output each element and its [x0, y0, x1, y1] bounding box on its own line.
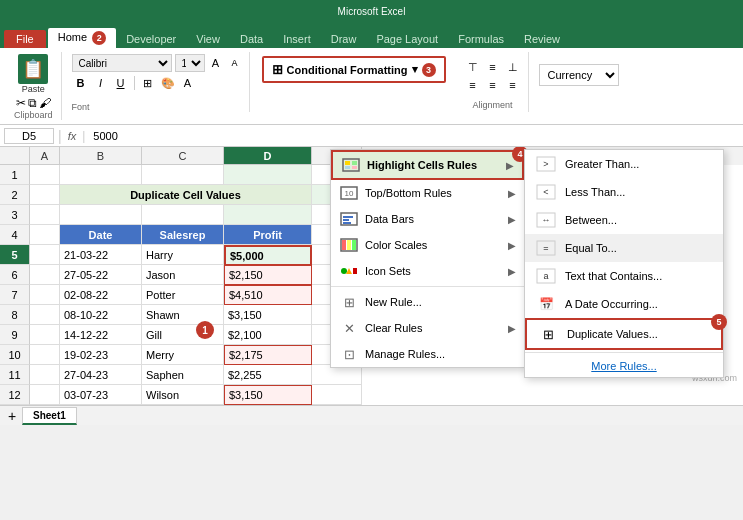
new-sheet-button[interactable]: + — [4, 408, 20, 424]
cell-d3[interactable] — [224, 205, 312, 225]
row-header-2[interactable]: 2 — [0, 185, 30, 205]
tab-developer[interactable]: Developer — [116, 30, 186, 48]
number-format-select[interactable]: Currency — [539, 64, 619, 86]
align-top-button[interactable]: ⊤ — [464, 58, 482, 76]
row-header-7[interactable]: 7 — [0, 285, 30, 305]
align-right-button[interactable]: ≡ — [504, 76, 522, 94]
cell-d9[interactable]: $2,100 — [224, 325, 312, 345]
row-header-6[interactable]: 6 — [0, 265, 30, 285]
tab-review[interactable]: Review — [514, 30, 570, 48]
cell-reference-input[interactable] — [4, 128, 54, 144]
cell-a9[interactable] — [30, 325, 60, 345]
font-size-select[interactable]: 11 — [175, 54, 205, 72]
cell-a3[interactable] — [30, 205, 60, 225]
paste-button[interactable]: 📋 Paste — [18, 54, 48, 94]
font-color-button[interactable]: A — [179, 74, 197, 92]
row-header-1[interactable]: 1 — [0, 165, 30, 185]
row-header-4[interactable]: 4 — [0, 225, 30, 245]
align-middle-button[interactable]: ≡ — [484, 58, 502, 76]
cell-b11[interactable]: 27-04-23 — [60, 365, 142, 385]
submenu-item-date-occurring[interactable]: 📅 A Date Occurring... — [525, 290, 723, 318]
row-header-9[interactable]: 9 — [0, 325, 30, 345]
cell-a12[interactable] — [30, 385, 60, 405]
cell-b10[interactable]: 19-02-23 — [60, 345, 142, 365]
cell-d4-header[interactable]: Profit — [224, 225, 312, 245]
copy-button[interactable]: ⧉ — [28, 96, 37, 110]
submenu-item-text-contains[interactable]: a Text that Contains... — [525, 262, 723, 290]
tab-data[interactable]: Data — [230, 30, 273, 48]
tab-insert[interactable]: Insert — [273, 30, 321, 48]
cell-c8[interactable]: Shawn — [142, 305, 224, 325]
cell-b5[interactable]: 21-03-22 — [60, 245, 142, 265]
menu-item-manage-rules[interactable]: ⊡ Manage Rules... — [331, 341, 524, 367]
cell-c7[interactable]: Potter — [142, 285, 224, 305]
sheet-tab-active[interactable]: Sheet1 — [22, 407, 77, 425]
tab-page-layout[interactable]: Page Layout — [366, 30, 448, 48]
col-header-c[interactable]: C — [142, 147, 224, 165]
cell-c1[interactable] — [142, 165, 224, 185]
cell-c12[interactable]: Wilson — [142, 385, 224, 405]
tab-view[interactable]: View — [186, 30, 230, 48]
font-shrink-button[interactable]: A — [227, 55, 243, 71]
submenu-item-greater-than[interactable]: > Greater Than... — [525, 150, 723, 178]
cell-d6[interactable]: $2,150 — [224, 265, 312, 285]
fill-color-button[interactable]: 🎨 — [159, 74, 177, 92]
cell-d1[interactable] — [224, 165, 312, 185]
tab-draw[interactable]: Draw — [321, 30, 367, 48]
cell-e11[interactable] — [312, 365, 362, 385]
cell-b7[interactable]: 02-08-22 — [60, 285, 142, 305]
cell-b8[interactable]: 08-10-22 — [60, 305, 142, 325]
bold-button[interactable]: B — [72, 74, 90, 92]
submenu-item-equal-to[interactable]: = Equal To... — [525, 234, 723, 262]
row-header-8[interactable]: 8 — [0, 305, 30, 325]
align-left-button[interactable]: ≡ — [464, 76, 482, 94]
format-painter-button[interactable]: 🖌 — [39, 96, 51, 110]
row-header-11[interactable]: 11 — [0, 365, 30, 385]
submenu-item-less-than[interactable]: < Less Than... — [525, 178, 723, 206]
cell-d10[interactable]: $2,175 — [224, 345, 312, 365]
cell-c3[interactable] — [142, 205, 224, 225]
formula-input[interactable] — [89, 130, 739, 142]
submenu-item-duplicate-values[interactable]: ⊞ Duplicate Values... 5 — [525, 318, 723, 350]
cell-a6[interactable] — [30, 265, 60, 285]
cell-d12[interactable]: $3,150 — [224, 385, 312, 405]
cell-a2[interactable] — [30, 185, 60, 205]
menu-item-highlight-cells[interactable]: Highlight Cells Rules ▶ 4 — [331, 150, 524, 180]
cell-c6[interactable]: Jason — [142, 265, 224, 285]
row-header-10[interactable]: 10 — [0, 345, 30, 365]
cell-b9[interactable]: 14-12-22 — [60, 325, 142, 345]
col-header-b[interactable]: B — [60, 147, 142, 165]
cell-a4[interactable] — [30, 225, 60, 245]
tab-file[interactable]: File — [4, 30, 46, 48]
cell-d11[interactable]: $2,255 — [224, 365, 312, 385]
col-header-a[interactable]: A — [30, 147, 60, 165]
col-header-d[interactable]: D — [224, 147, 312, 165]
row-header-3[interactable]: 3 — [0, 205, 30, 225]
cell-b1[interactable] — [60, 165, 142, 185]
cell-b6[interactable]: 27-05-22 — [60, 265, 142, 285]
cell-e12[interactable] — [312, 385, 362, 405]
italic-button[interactable]: I — [92, 74, 110, 92]
menu-item-new-rule[interactable]: ⊞ New Rule... — [331, 289, 524, 315]
cell-a8[interactable] — [30, 305, 60, 325]
menu-item-icon-sets[interactable]: Icon Sets ▶ — [331, 258, 524, 284]
conditional-formatting-button[interactable]: ⊞ Conditional Formatting ▾ 3 — [262, 56, 446, 83]
cell-b3[interactable] — [60, 205, 142, 225]
menu-item-top-bottom[interactable]: 10 Top/Bottom Rules ▶ — [331, 180, 524, 206]
underline-button[interactable]: U — [112, 74, 130, 92]
borders-button[interactable]: ⊞ — [139, 74, 157, 92]
cell-c4-header[interactable]: Salesrep — [142, 225, 224, 245]
cell-a10[interactable] — [30, 345, 60, 365]
cut-button[interactable]: ✂ — [16, 96, 26, 110]
cell-a5[interactable] — [30, 245, 60, 265]
cell-a1[interactable] — [30, 165, 60, 185]
cell-c11[interactable]: Saphen — [142, 365, 224, 385]
submenu-item-more-rules[interactable]: More Rules... — [525, 355, 723, 377]
font-grow-button[interactable]: A — [208, 55, 224, 71]
cell-b4-header[interactable]: Date — [60, 225, 142, 245]
cell-a11[interactable] — [30, 365, 60, 385]
cell-b12[interactable]: 03-07-23 — [60, 385, 142, 405]
row-header-12[interactable]: 12 — [0, 385, 30, 405]
menu-item-clear-rules[interactable]: ✕ Clear Rules ▶ — [331, 315, 524, 341]
cell-d7[interactable]: $4,510 — [224, 285, 312, 305]
